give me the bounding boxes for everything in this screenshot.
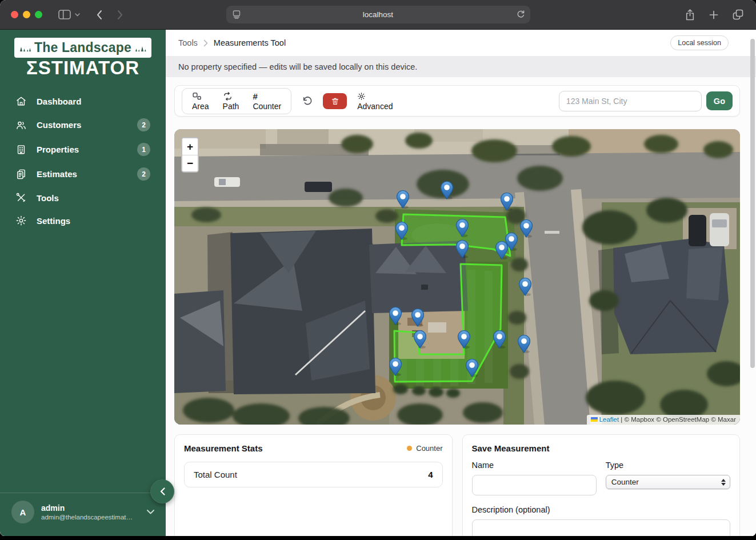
traffic-lights [11, 11, 47, 18]
save-measurement-panel: Save Measurement Name Type Counter [462, 434, 741, 536]
reader-icon[interactable] [233, 10, 241, 19]
route-icon [223, 91, 233, 101]
map[interactable]: + − Leaflet | © Mapbox © OpenStreetMap ©… [174, 129, 740, 425]
sidebar-collapse-button[interactable] [150, 479, 174, 503]
chevron-down-icon[interactable] [147, 510, 154, 514]
zoom-out-button[interactable]: − [182, 155, 198, 171]
main-content: Tools Measurements Tool Local session No… [166, 30, 756, 536]
share-icon[interactable] [685, 9, 695, 21]
area-tool-button[interactable]: Area [185, 90, 216, 112]
counter-legend: Counter [407, 444, 442, 453]
sidebar-toggle-icon[interactable] [58, 10, 71, 19]
stat-label: Total Count [194, 470, 237, 479]
vertical-scrollbar[interactable] [750, 39, 755, 368]
sidebar-item-label: Customers [37, 120, 81, 130]
type-select[interactable]: Counter [606, 475, 730, 489]
session-badge: Local session [670, 35, 729, 50]
name-label: Name [472, 461, 597, 470]
tool-mode-group: Area Path # Counter [182, 88, 291, 114]
trash-icon [331, 97, 339, 106]
local-save-notice: No property specified — edits will be sa… [166, 57, 756, 77]
total-count-row: Total Count 4 [184, 462, 443, 487]
delete-button[interactable] [323, 93, 347, 109]
user-email: admin@thelandscapeestimat… [41, 514, 133, 521]
sidebar-item-label: Estimates [37, 169, 77, 179]
sidebar-item-settings[interactable]: Settings [0, 209, 166, 232]
app-logo[interactable]: The Landscape [14, 38, 151, 58]
avatar: A [11, 501, 34, 523]
counter-legend-label: Counter [416, 444, 442, 453]
type-label: Type [606, 461, 730, 470]
shapes-icon [192, 91, 202, 101]
gear-icon [357, 91, 366, 101]
gear-icon [15, 215, 27, 226]
page-body: Area Path # Counter [166, 77, 756, 536]
map-zoom-control: + − [181, 137, 199, 173]
breadcrumb: Tools Measurements Tool Local session [166, 30, 756, 57]
user-menu[interactable]: A admin admin@thelandscapeestimat… [0, 493, 166, 536]
sidebar-item-tools[interactable]: Tools [0, 186, 166, 209]
tools-icon [15, 192, 27, 203]
close-window-button[interactable] [11, 11, 18, 18]
map-satellite-scene[interactable] [174, 129, 740, 425]
building-icon [15, 144, 27, 155]
description-field[interactable] [472, 519, 731, 536]
sidebar-item-label: Settings [37, 216, 70, 226]
zoom-in-button[interactable]: + [182, 138, 198, 155]
sidebar-nav: Dashboard Customers 2 Properties 1 Estim… [0, 90, 166, 232]
sidebar-item-dashboard[interactable]: Dashboard [0, 90, 166, 113]
home-icon [15, 95, 27, 107]
breadcrumb-tools-link[interactable]: Tools [178, 38, 198, 47]
browser-chrome: localhost [0, 0, 756, 30]
save-title: Save Measurement [472, 443, 550, 453]
undo-icon [302, 95, 313, 107]
measurement-toolbar: Area Path # Counter [174, 85, 740, 117]
advanced-label: Advanced [357, 102, 393, 111]
logo-line1: The Landscape [34, 40, 131, 55]
undo-button[interactable] [302, 95, 313, 107]
reload-icon[interactable] [517, 10, 525, 19]
map-attribution: Leaflet | © Mapbox © OpenStreetMap © Max… [587, 415, 740, 425]
tool-label: Path [223, 102, 239, 111]
address-search-input[interactable] [559, 91, 702, 111]
measurement-stats-panel: Measurement Stats Counter Total Count 4 [174, 434, 453, 536]
chevron-left-icon [160, 487, 165, 495]
sidebar-item-label: Tools [37, 193, 59, 203]
sidebar-item-label: Dashboard [37, 97, 81, 106]
sidebar-item-label: Properties [37, 145, 79, 154]
counter-tool-button[interactable]: # Counter [246, 90, 288, 112]
stats-title: Measurement Stats [184, 443, 263, 453]
leaflet-link[interactable]: Leaflet [599, 416, 619, 423]
hash-icon: # [253, 91, 257, 101]
maximize-window-button[interactable] [35, 11, 42, 18]
browser-window: localhost The Landscape ΣS [0, 0, 756, 536]
path-tool-button[interactable]: Path [216, 90, 246, 112]
name-field[interactable] [472, 475, 597, 495]
counter-legend-dot [407, 446, 412, 451]
address-bar[interactable]: localhost [226, 6, 530, 23]
select-stepper-icon [719, 479, 727, 486]
logo-trees-left-icon [19, 44, 31, 52]
go-button[interactable]: Go [706, 91, 733, 110]
users-icon [15, 119, 27, 131]
tool-label: Counter [253, 102, 281, 111]
logo-line2: ΣSTIMATOR [0, 58, 166, 78]
estimates-count-badge: 2 [137, 167, 150, 181]
customers-count-badge: 2 [137, 118, 150, 131]
sidebar-item-estimates[interactable]: Estimates 2 [0, 162, 166, 186]
tab-overview-icon[interactable] [733, 9, 743, 20]
type-select-value: Counter [611, 478, 639, 486]
tool-label: Area [192, 102, 209, 111]
user-name: admin [41, 503, 133, 513]
url-text: localhost [363, 10, 393, 19]
sidebar-item-properties[interactable]: Properties 1 [0, 137, 166, 162]
minimize-window-button[interactable] [23, 11, 30, 18]
back-icon[interactable] [96, 10, 102, 20]
logo-trees-right-icon [134, 44, 147, 52]
advanced-button[interactable]: Advanced [357, 91, 393, 111]
ukraine-flag-icon [591, 417, 598, 422]
new-tab-icon[interactable] [709, 10, 718, 19]
sidebar-item-customers[interactable]: Customers 2 [0, 113, 166, 137]
forward-icon[interactable] [117, 10, 123, 20]
chevron-down-icon[interactable] [75, 13, 80, 17]
